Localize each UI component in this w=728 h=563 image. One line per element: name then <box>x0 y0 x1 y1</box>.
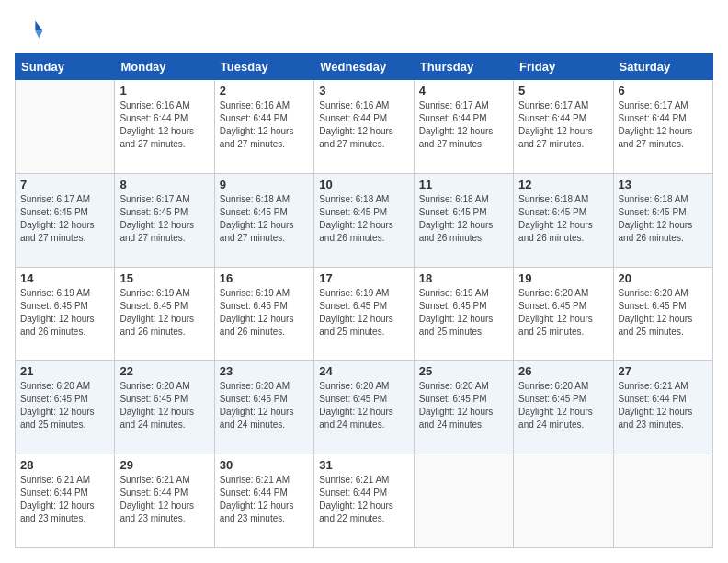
col-saturday: Saturday <box>613 54 712 80</box>
day-number: 10 <box>319 178 408 191</box>
day-info: Sunrise: 6:17 AM Sunset: 6:44 PM Dayligh… <box>619 99 708 151</box>
table-row: 8Sunrise: 6:17 AM Sunset: 6:45 PM Daylig… <box>115 173 214 267</box>
day-number: 8 <box>119 178 209 191</box>
col-thursday: Thursday <box>414 54 513 80</box>
day-info: Sunrise: 6:20 AM Sunset: 6:45 PM Dayligh… <box>419 380 508 431</box>
table-row: 3Sunrise: 6:16 AM Sunset: 6:44 PM Daylig… <box>314 80 414 174</box>
day-number: 20 <box>619 271 708 285</box>
day-info: Sunrise: 6:16 AM Sunset: 6:44 PM Dayligh… <box>119 99 209 151</box>
table-row <box>414 454 513 548</box>
logo <box>15 15 48 44</box>
table-row: 30Sunrise: 6:21 AM Sunset: 6:44 PM Dayli… <box>214 454 313 548</box>
table-row: 1Sunrise: 6:16 AM Sunset: 6:44 PM Daylig… <box>115 80 214 174</box>
table-row: 24Sunrise: 6:20 AM Sunset: 6:45 PM Dayli… <box>314 361 414 454</box>
day-number: 2 <box>220 84 309 98</box>
table-row <box>16 80 115 174</box>
day-number: 11 <box>419 178 508 191</box>
day-number: 17 <box>319 271 408 285</box>
table-row: 23Sunrise: 6:20 AM Sunset: 6:45 PM Dayli… <box>214 361 313 454</box>
day-info: Sunrise: 6:19 AM Sunset: 6:45 PM Dayligh… <box>220 287 309 339</box>
day-number: 22 <box>119 364 209 378</box>
day-info: Sunrise: 6:21 AM Sunset: 6:44 PM Dayligh… <box>319 474 408 525</box>
day-info: Sunrise: 6:20 AM Sunset: 6:45 PM Dayligh… <box>20 380 109 431</box>
day-number: 4 <box>419 84 508 98</box>
col-monday: Monday <box>115 54 214 80</box>
day-info: Sunrise: 6:21 AM Sunset: 6:44 PM Dayligh… <box>220 474 309 525</box>
logo-icon <box>15 15 44 44</box>
table-row <box>514 454 613 548</box>
day-number: 14 <box>20 271 109 285</box>
day-number: 15 <box>119 271 209 285</box>
table-row: 4Sunrise: 6:17 AM Sunset: 6:44 PM Daylig… <box>414 80 513 174</box>
day-number: 12 <box>518 178 608 191</box>
table-row: 31Sunrise: 6:21 AM Sunset: 6:44 PM Dayli… <box>314 454 414 548</box>
day-info: Sunrise: 6:21 AM Sunset: 6:44 PM Dayligh… <box>20 474 109 525</box>
page: Sunday Monday Tuesday Wednesday Thursday… <box>0 0 728 563</box>
day-number: 26 <box>518 364 608 378</box>
calendar-table: Sunday Monday Tuesday Wednesday Thursday… <box>15 53 713 548</box>
day-info: Sunrise: 6:20 AM Sunset: 6:45 PM Dayligh… <box>619 287 708 339</box>
day-number: 16 <box>220 271 309 285</box>
day-info: Sunrise: 6:20 AM Sunset: 6:45 PM Dayligh… <box>518 380 608 431</box>
table-row: 10Sunrise: 6:18 AM Sunset: 6:45 PM Dayli… <box>314 173 414 267</box>
svg-marker-1 <box>35 31 42 39</box>
svg-marker-0 <box>35 20 42 30</box>
day-info: Sunrise: 6:18 AM Sunset: 6:45 PM Dayligh… <box>319 193 408 245</box>
table-row: 29Sunrise: 6:21 AM Sunset: 6:44 PM Dayli… <box>115 454 214 548</box>
day-number: 28 <box>20 458 109 472</box>
day-number: 31 <box>319 458 408 472</box>
day-info: Sunrise: 6:16 AM Sunset: 6:44 PM Dayligh… <box>220 99 309 151</box>
day-number: 24 <box>319 364 408 378</box>
day-info: Sunrise: 6:19 AM Sunset: 6:45 PM Dayligh… <box>119 287 209 339</box>
day-number: 21 <box>20 364 109 378</box>
day-number: 29 <box>119 458 209 472</box>
col-wednesday: Wednesday <box>314 54 414 80</box>
day-info: Sunrise: 6:18 AM Sunset: 6:45 PM Dayligh… <box>518 193 608 245</box>
calendar-week-row: 1Sunrise: 6:16 AM Sunset: 6:44 PM Daylig… <box>16 80 713 174</box>
table-row: 13Sunrise: 6:18 AM Sunset: 6:45 PM Dayli… <box>613 173 712 267</box>
table-row: 12Sunrise: 6:18 AM Sunset: 6:45 PM Dayli… <box>514 173 613 267</box>
day-number: 25 <box>419 364 508 378</box>
col-friday: Friday <box>514 54 613 80</box>
day-info: Sunrise: 6:17 AM Sunset: 6:44 PM Dayligh… <box>518 99 608 151</box>
table-row: 11Sunrise: 6:18 AM Sunset: 6:45 PM Dayli… <box>414 173 513 267</box>
table-row <box>613 454 712 548</box>
day-number: 13 <box>619 178 708 191</box>
calendar-week-row: 14Sunrise: 6:19 AM Sunset: 6:45 PM Dayli… <box>16 267 713 361</box>
header <box>15 15 713 44</box>
calendar-week-row: 7Sunrise: 6:17 AM Sunset: 6:45 PM Daylig… <box>16 173 713 267</box>
day-info: Sunrise: 6:21 AM Sunset: 6:44 PM Dayligh… <box>619 380 708 431</box>
table-row: 9Sunrise: 6:18 AM Sunset: 6:45 PM Daylig… <box>214 173 313 267</box>
day-number: 5 <box>518 84 608 98</box>
day-info: Sunrise: 6:20 AM Sunset: 6:45 PM Dayligh… <box>319 380 408 431</box>
table-row: 19Sunrise: 6:20 AM Sunset: 6:45 PM Dayli… <box>514 267 613 361</box>
table-row: 6Sunrise: 6:17 AM Sunset: 6:44 PM Daylig… <box>613 80 712 174</box>
day-number: 3 <box>319 84 408 98</box>
day-number: 1 <box>119 84 209 98</box>
col-sunday: Sunday <box>16 54 115 80</box>
day-number: 27 <box>619 364 708 378</box>
table-row: 26Sunrise: 6:20 AM Sunset: 6:45 PM Dayli… <box>514 361 613 454</box>
day-number: 30 <box>220 458 309 472</box>
table-row: 5Sunrise: 6:17 AM Sunset: 6:44 PM Daylig… <box>514 80 613 174</box>
day-info: Sunrise: 6:19 AM Sunset: 6:45 PM Dayligh… <box>419 287 508 339</box>
day-info: Sunrise: 6:21 AM Sunset: 6:44 PM Dayligh… <box>119 474 209 525</box>
day-info: Sunrise: 6:17 AM Sunset: 6:45 PM Dayligh… <box>119 193 209 245</box>
day-info: Sunrise: 6:20 AM Sunset: 6:45 PM Dayligh… <box>518 287 608 339</box>
day-number: 18 <box>419 271 508 285</box>
day-info: Sunrise: 6:16 AM Sunset: 6:44 PM Dayligh… <box>319 99 408 151</box>
day-info: Sunrise: 6:20 AM Sunset: 6:45 PM Dayligh… <box>119 380 209 431</box>
calendar-week-row: 21Sunrise: 6:20 AM Sunset: 6:45 PM Dayli… <box>16 361 713 454</box>
calendar-header-row: Sunday Monday Tuesday Wednesday Thursday… <box>16 54 713 80</box>
table-row: 18Sunrise: 6:19 AM Sunset: 6:45 PM Dayli… <box>414 267 513 361</box>
table-row: 25Sunrise: 6:20 AM Sunset: 6:45 PM Dayli… <box>414 361 513 454</box>
day-info: Sunrise: 6:18 AM Sunset: 6:45 PM Dayligh… <box>419 193 508 245</box>
table-row: 22Sunrise: 6:20 AM Sunset: 6:45 PM Dayli… <box>115 361 214 454</box>
day-info: Sunrise: 6:17 AM Sunset: 6:45 PM Dayligh… <box>20 193 109 245</box>
table-row: 15Sunrise: 6:19 AM Sunset: 6:45 PM Dayli… <box>115 267 214 361</box>
table-row: 7Sunrise: 6:17 AM Sunset: 6:45 PM Daylig… <box>16 173 115 267</box>
table-row: 27Sunrise: 6:21 AM Sunset: 6:44 PM Dayli… <box>613 361 712 454</box>
table-row: 17Sunrise: 6:19 AM Sunset: 6:45 PM Dayli… <box>314 267 414 361</box>
table-row: 20Sunrise: 6:20 AM Sunset: 6:45 PM Dayli… <box>613 267 712 361</box>
table-row: 2Sunrise: 6:16 AM Sunset: 6:44 PM Daylig… <box>214 80 313 174</box>
